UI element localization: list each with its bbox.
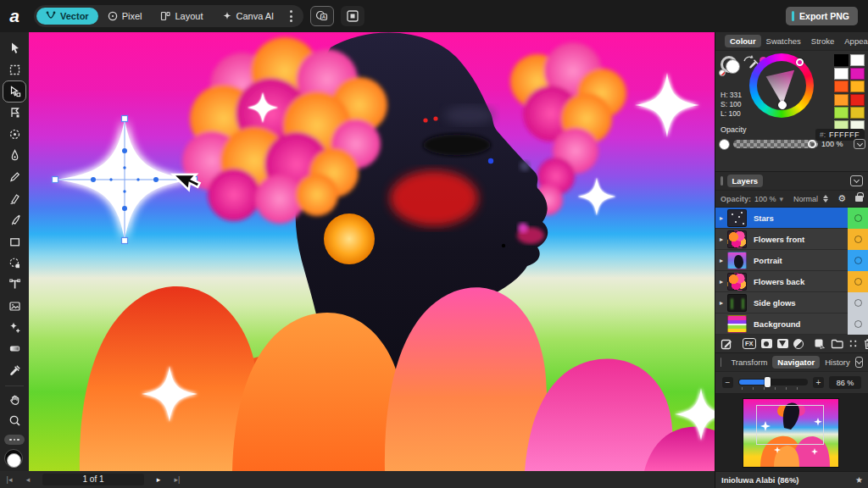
swatch[interactable]: [850, 80, 865, 92]
expand-chevron-icon[interactable]: ▸: [715, 257, 727, 264]
canvas-viewport[interactable]: [29, 32, 715, 471]
layer-colour-tag[interactable]: [848, 313, 868, 335]
export-png-button[interactable]: Export PNG: [786, 7, 858, 25]
node-tool[interactable]: [3, 81, 25, 102]
opacity-slider[interactable]: [733, 140, 818, 148]
visibility-eye-icon[interactable]: [854, 278, 862, 286]
expand-chevron-icon[interactable]: ▸: [715, 299, 727, 307]
edit-layer-icon[interactable]: [721, 337, 732, 350]
zoom-in-button[interactable]: +: [813, 377, 824, 388]
fill-stroke-well[interactable]: [3, 449, 25, 471]
zoom-slider[interactable]: [738, 377, 808, 389]
first-page-button[interactable]: |◂: [0, 473, 19, 486]
layer-colour-tag[interactable]: [848, 229, 868, 250]
image-tool[interactable]: [3, 296, 25, 316]
opacity-dropdown-arrow[interactable]: ▾: [780, 195, 784, 203]
blend-options-icon[interactable]: [793, 337, 804, 350]
mask-layer-icon[interactable]: [761, 337, 772, 350]
expand-chevron-icon[interactable]: ▸: [715, 214, 727, 222]
visibility-eye-icon[interactable]: [854, 320, 862, 328]
tab-colour[interactable]: Colour: [725, 35, 761, 47]
layer-colour-tag[interactable]: [848, 208, 868, 229]
layer-row-flowers-back[interactable]: ▸ Flowers back: [715, 271, 868, 292]
visibility-eye-icon[interactable]: [854, 257, 862, 264]
affinity-logo[interactable]: a: [0, 6, 29, 26]
visibility-eye-icon[interactable]: [854, 236, 862, 243]
gradient-tool[interactable]: [3, 339, 25, 359]
zoom-out-button[interactable]: −: [722, 377, 733, 388]
pencil-tool[interactable]: [3, 167, 25, 187]
layer-row-background[interactable]: Background: [715, 313, 868, 335]
fill-colour-well[interactable]: [726, 59, 740, 74]
opacity-dropdown[interactable]: [854, 139, 865, 149]
visibility-eye-icon[interactable]: [854, 214, 862, 222]
opacity-slider-handle[interactable]: [808, 140, 816, 148]
expand-chevron-icon[interactable]: ▸: [715, 236, 727, 243]
pen-tool[interactable]: [3, 146, 25, 166]
swatch[interactable]: [850, 54, 865, 66]
no-colour-swatch[interactable]: [719, 69, 726, 76]
swatch[interactable]: [850, 107, 865, 119]
tab-layers[interactable]: Layers: [727, 175, 764, 187]
move-tool[interactable]: [3, 38, 25, 58]
artboard-tool[interactable]: [3, 59, 25, 80]
favourite-star-icon[interactable]: ★: [855, 475, 863, 485]
rasterise-icon[interactable]: [849, 337, 858, 350]
zoom-value[interactable]: 86 %: [829, 376, 861, 389]
blend-mode-value[interactable]: Normal: [793, 195, 818, 203]
swatch[interactable]: [834, 107, 849, 119]
last-page-button[interactable]: ▸|: [168, 473, 186, 486]
transform-tool[interactable]: [3, 103, 25, 123]
shape-builder-tool[interactable]: [3, 317, 25, 337]
layer-settings-icon[interactable]: ⚙: [837, 193, 846, 204]
tab-history[interactable]: History: [820, 356, 855, 369]
layer-colour-tag[interactable]: [848, 250, 868, 271]
layer-row-portrait[interactable]: ▸ Portrait: [715, 250, 868, 271]
marquee-tool[interactable]: [3, 252, 25, 273]
layer-colour-tag[interactable]: [848, 271, 868, 292]
lock-icon[interactable]: [855, 196, 863, 202]
panel-collapse-button[interactable]: [855, 357, 863, 368]
persona-tab-canva-ai[interactable]: Canva AI: [213, 8, 284, 25]
panel-drag-handle[interactable]: [721, 176, 723, 186]
rectangle-tool[interactable]: [3, 231, 25, 252]
persona-tab-layout[interactable]: Layout: [151, 8, 212, 25]
move-to-artboard-icon[interactable]: [814, 337, 826, 350]
pan-tool[interactable]: [3, 390, 25, 410]
vector-brush-tool[interactable]: [3, 188, 25, 208]
swatch[interactable]: [850, 94, 865, 106]
current-colour-swatch[interactable]: [719, 139, 730, 150]
expand-chevron-icon[interactable]: ▸: [715, 278, 727, 286]
persona-tab-vector[interactable]: Vector: [36, 8, 98, 25]
adjustment-layer-icon[interactable]: [777, 337, 788, 350]
blend-mode-stepper[interactable]: [823, 195, 828, 202]
selection-brush-tool[interactable]: [3, 124, 25, 144]
panel-drag-handle[interactable]: [721, 358, 721, 367]
tone-selector[interactable]: [778, 101, 787, 109]
colour-wheel[interactable]: [749, 53, 814, 118]
text-tool[interactable]: [3, 274, 25, 295]
next-page-button[interactable]: ▸: [149, 473, 168, 486]
navigator-thumbnail[interactable]: [743, 398, 839, 468]
navigator-viewport-rect[interactable]: [756, 405, 824, 445]
layer-colour-tag[interactable]: [848, 292, 868, 313]
swatch[interactable]: [850, 68, 865, 80]
swatch[interactable]: [834, 54, 849, 66]
more-tools-button[interactable]: [4, 435, 25, 445]
layer-row-flowers-front[interactable]: ▸ Flowers front: [715, 229, 868, 250]
layer-effects-icon[interactable]: FX: [743, 337, 756, 350]
paint-brush-tool[interactable]: [3, 210, 25, 230]
tab-stroke[interactable]: Stroke: [806, 35, 839, 47]
tab-transform[interactable]: Transform: [726, 356, 772, 369]
swatch[interactable]: [834, 68, 849, 80]
swatch[interactable]: [834, 94, 849, 106]
persona-tab-pixel[interactable]: Pixel: [98, 8, 152, 25]
layers-opacity-value[interactable]: 100 %: [754, 195, 776, 203]
group-layers-icon[interactable]: [831, 337, 843, 350]
tab-navigator[interactable]: Navigator: [772, 356, 820, 369]
persona-overflow-menu[interactable]: [285, 9, 297, 23]
delete-layer-icon[interactable]: [863, 337, 868, 350]
fill-swatch[interactable]: [7, 453, 21, 468]
document-switcher-button[interactable]: A: [310, 6, 334, 26]
opacity-value[interactable]: 100 %: [821, 140, 850, 148]
